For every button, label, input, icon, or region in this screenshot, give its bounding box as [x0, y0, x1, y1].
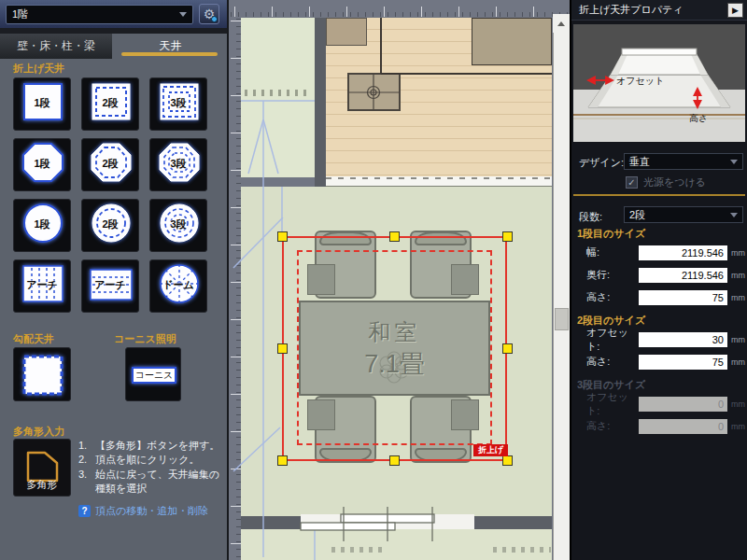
selection-handle-n[interactable] [389, 231, 400, 242]
app-window: 1階 ⚙ 壁・床・柱・梁 天井 折上げ天井 1段 2段 3段 1段 2段 3段 [0, 0, 747, 560]
field-row-depth: 奥行: 2119.546 mm [571, 267, 747, 283]
depth-input[interactable]: 2119.546 [639, 268, 727, 283]
tile-label: 2段 [82, 157, 138, 171]
chevron-down-icon [730, 213, 738, 217]
vertex-help-link[interactable]: ? 頂点の移動・追加・削除 [78, 504, 208, 518]
steps-label: 段数: [579, 210, 602, 224]
kobai-ceiling-button[interactable] [13, 347, 71, 401]
field-row-height: 高さ: 75 mm [571, 289, 747, 305]
unit-label: mm [731, 335, 745, 344]
active-tab-underline [121, 52, 218, 56]
design-label: デザイン: [579, 156, 624, 170]
selection-handle-nw[interactable] [277, 231, 288, 242]
panel-divider [573, 194, 745, 196]
selection-handle-e[interactable] [502, 343, 513, 354]
polygon-instructions: 1.【多角形】ボタンを押す。 2.頂点を順にクリック。 3.始点に戻って、天井編… [78, 439, 224, 497]
tab-walls-floors-pillars[interactable]: 壁・床・柱・梁 [0, 34, 112, 59]
tab-walls-label: 壁・床・柱・梁 [17, 38, 95, 54]
field-label: オフセット: [571, 390, 639, 418]
chevron-down-icon [179, 12, 187, 17]
step-text: 頂点を順にクリック。 [95, 453, 200, 467]
scroll-up-button[interactable] [553, 14, 570, 33]
field-label: 奥行: [571, 268, 639, 282]
ceiling-tile-circle-2dan[interactable]: 2段 [81, 199, 139, 252]
section-title-polygon: 多角形入力 [13, 425, 64, 439]
field-label: 高さ: [571, 290, 639, 304]
ceiling-preview-diagram: オフセット 高さ [573, 24, 745, 142]
step-number: 1. [78, 439, 95, 453]
properties-panel-header: 折上げ天井プロパティ [571, 0, 747, 21]
step1-size-section: 1段目のサイズ 幅: 2119.546 mm 奥行: 2119.546 mm 高… [571, 227, 747, 312]
height-input[interactable]: 75 [639, 355, 727, 370]
selection-handle-ne[interactable] [502, 231, 513, 242]
steps-dropdown[interactable]: 2段 [624, 206, 743, 223]
design-value: 垂直 [629, 155, 650, 169]
ceiling-tile-square-1dan[interactable]: 1段 [13, 77, 71, 131]
tile-label: ドーム [150, 278, 206, 292]
ceiling-selection-outline[interactable] [282, 236, 507, 461]
polygon-button-label: 多角形 [14, 478, 70, 492]
unit-label: mm [731, 271, 745, 280]
selection-handle-w[interactable] [277, 343, 288, 354]
preview-height-label: 高さ [689, 113, 708, 123]
tile-label: アーチ [82, 278, 138, 292]
design-dropdown[interactable]: 垂直 [624, 153, 743, 170]
canvas-vertical-scrollbar[interactable] [553, 14, 570, 560]
field-row-height: 高さ: 75 mm [571, 354, 747, 370]
panel-collapse-button[interactable]: ▶ [727, 3, 743, 18]
height-input-disabled: 0 [639, 419, 727, 434]
ceiling-tile-arch-vertical[interactable]: アーチ [13, 259, 71, 313]
width-input[interactable]: 2119.546 [639, 245, 727, 260]
polygon-input-button[interactable]: 多角形 [13, 439, 71, 497]
field-row-height-disabled: 高さ: 0 mm [571, 418, 747, 434]
floor-selector-value: 1階 [12, 7, 28, 21]
scrollbar-thumb[interactable] [555, 308, 569, 330]
checkbox-checked-icon[interactable]: ✓ [626, 176, 638, 189]
cornice-lighting-button[interactable]: コーニス [125, 347, 181, 401]
ceiling-tile-square-3dan[interactable]: 3段 [149, 77, 207, 131]
unit-label: mm [731, 293, 745, 302]
tile-label: 3段 [150, 96, 206, 110]
field-row-width: 幅: 2119.546 mm [571, 245, 747, 260]
tile-label: 2段 [82, 217, 138, 231]
field-label: 幅: [571, 245, 639, 259]
field-label: 高さ: [571, 419, 639, 433]
tile-label: 1段 [14, 157, 70, 171]
section-title-oriage: 折上げ天井 [13, 62, 64, 76]
steps-value: 2段 [629, 208, 645, 222]
tile-label: 1段 [14, 217, 70, 231]
tile-label: 3段 [150, 157, 206, 171]
unit-label: mm [731, 248, 745, 258]
section-title-kobai: 勾配天井 [13, 332, 54, 346]
collapse-arrow-icon: ▶ [732, 6, 739, 15]
unit-label: mm [731, 399, 745, 409]
step2-size-section: 2段目のサイズ オフセット: 30 mm 高さ: 75 mm [571, 314, 747, 376]
tile-label: 3段 [150, 217, 206, 231]
selection-handle-se[interactable] [502, 455, 513, 466]
cornice-button-face: コーニス [132, 367, 176, 384]
field-row-offset-disabled: オフセット: 0 mm [571, 396, 747, 412]
selection-handle-sw[interactable] [277, 455, 288, 466]
ceiling-tile-dome[interactable]: ドーム [149, 259, 207, 313]
field-label: 高さ: [571, 355, 639, 369]
preview-offset-label: オフセット [616, 76, 664, 86]
ceiling-tile-arch-horizontal[interactable]: アーチ [81, 259, 139, 313]
section-title-cornice: コーニス照明 [114, 332, 176, 346]
selection-type-badge: 折上げ [473, 444, 508, 456]
instruction-step: 2.頂点を順にクリック。 [78, 453, 224, 467]
ceiling-tile-octagon-3dan[interactable]: 3段 [149, 138, 207, 191]
tile-label: 2段 [82, 96, 138, 110]
ceiling-tile-octagon-2dan[interactable]: 2段 [81, 138, 139, 191]
ceiling-tile-circle-3dan[interactable]: 3段 [149, 199, 207, 252]
help-question-icon: ? [78, 505, 91, 517]
ceiling-tile-octagon-1dan[interactable]: 1段 [13, 138, 71, 191]
offset-input-disabled: 0 [639, 397, 727, 412]
offset-input[interactable]: 30 [639, 332, 727, 347]
height-input[interactable]: 75 [639, 290, 727, 305]
instruction-step: 3.始点に戻って、天井編集の種類を選択 [78, 468, 224, 497]
ceiling-tile-square-2dan[interactable]: 2段 [81, 77, 139, 131]
floor-selector-dropdown[interactable]: 1階 [6, 5, 193, 24]
selection-handle-s[interactable] [389, 455, 400, 466]
light-source-checkbox-row[interactable]: ✓ 光源をつける [626, 175, 706, 189]
ceiling-tile-circle-1dan[interactable]: 1段 [13, 199, 71, 252]
